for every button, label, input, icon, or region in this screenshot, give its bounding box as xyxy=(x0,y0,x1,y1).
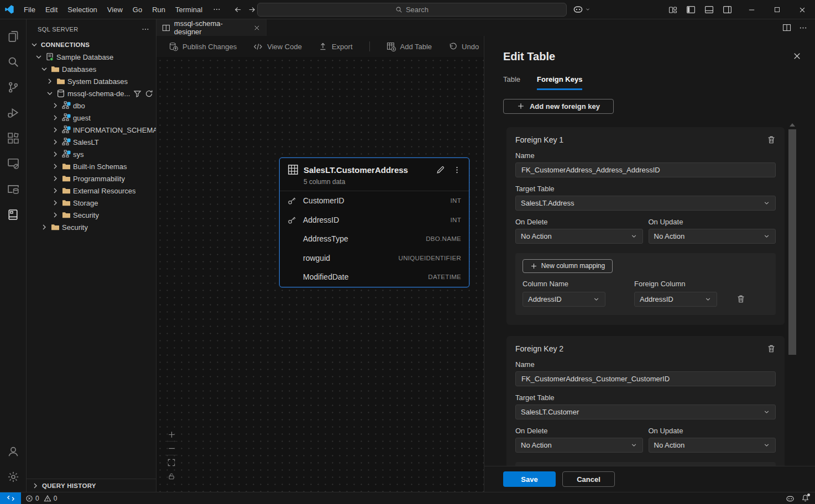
window-maximize-button[interactable] xyxy=(764,0,790,19)
fk1-target-table-select[interactable]: SalesLT.Address xyxy=(515,196,776,211)
tree-item-storage[interactable]: Storage xyxy=(27,197,156,209)
menu-terminal[interactable]: Terminal xyxy=(170,0,207,19)
settings-gear-icon[interactable] xyxy=(0,464,27,490)
vscode-window: File Edit Selection View Go Run Terminal… xyxy=(0,0,815,504)
source-control-icon[interactable] xyxy=(0,75,27,100)
tree-item-guest[interactable]: guest xyxy=(27,112,156,124)
tree-item-databases[interactable]: Databases xyxy=(27,63,156,75)
run-debug-icon[interactable] xyxy=(0,100,27,125)
customize-layout-icon[interactable] xyxy=(668,6,677,14)
remote-indicator[interactable] xyxy=(0,492,21,504)
zoom-out-icon[interactable] xyxy=(165,442,177,455)
column-row[interactable]: AddressID INT xyxy=(280,211,469,230)
explorer-icon[interactable] xyxy=(0,24,27,49)
tree-item-saleslt[interactable]: SalesLT xyxy=(27,136,156,148)
tree-section-connections[interactable]: CONNECTIONS xyxy=(27,39,156,51)
split-editor-icon[interactable] xyxy=(782,23,791,32)
fk2-on-update-select[interactable]: No Action xyxy=(649,438,776,453)
tab-foreign-keys[interactable]: Foreign Keys xyxy=(537,75,582,90)
tree-item-sys[interactable]: sys xyxy=(27,148,156,160)
schema-canvas[interactable]: SalesLT.CustomerAddress 5 column data xyxy=(156,57,484,492)
copilot-menu[interactable] xyxy=(573,4,591,14)
undo-button[interactable]: Undo xyxy=(448,42,479,51)
menu-more-icon[interactable] xyxy=(207,6,226,13)
delete-foreign-key-icon[interactable] xyxy=(767,135,776,144)
schema-designer-icon[interactable] xyxy=(0,202,27,227)
menu-selection[interactable]: Selection xyxy=(62,0,102,19)
cancel-button[interactable]: Cancel xyxy=(562,471,615,487)
menu-run[interactable]: Run xyxy=(147,0,170,19)
mapping-column-select[interactable]: AddressID xyxy=(523,292,605,307)
account-icon[interactable] xyxy=(0,439,27,464)
tab-table[interactable]: Table xyxy=(503,75,520,90)
fk1-on-delete-select[interactable]: No Action xyxy=(515,229,643,244)
command-search-box[interactable]: Search xyxy=(257,3,567,17)
save-button[interactable]: Save xyxy=(503,471,556,487)
table-card-customeraddress[interactable]: SalesLT.CustomerAddress 5 column data xyxy=(279,158,469,287)
fk2-name-input[interactable] xyxy=(515,371,776,386)
tree-item-builtin-schemas[interactable]: Built-in Schemas xyxy=(27,160,156,172)
extensions-icon[interactable] xyxy=(0,125,27,151)
tree-item-programmability[interactable]: Programmability xyxy=(27,172,156,185)
menu-file[interactable]: File xyxy=(19,0,40,19)
filter-icon[interactable] xyxy=(133,90,142,98)
table-kebab-menu-icon[interactable] xyxy=(453,166,461,174)
copilot-status-icon[interactable] xyxy=(786,494,795,503)
editor-more-actions-icon[interactable] xyxy=(799,24,807,32)
delete-foreign-key-icon[interactable] xyxy=(767,344,776,353)
column-row[interactable]: rowguid UNIQUEIDENTIFIER xyxy=(280,249,469,268)
new-column-mapping-button[interactable]: New column mapping xyxy=(523,259,613,273)
panel-scrollbar[interactable] xyxy=(788,122,796,466)
sql-server-icon[interactable] xyxy=(0,176,27,202)
column-row[interactable]: ModifiedDate DATETIME xyxy=(280,267,469,287)
lock-icon[interactable] xyxy=(165,469,177,483)
add-new-foreign-key-button[interactable]: Add new foreign key xyxy=(503,99,614,114)
fk2-on-delete-select[interactable]: No Action xyxy=(515,438,643,453)
remote-explorer-icon[interactable] xyxy=(0,151,27,176)
scrollbar-thumb[interactable] xyxy=(788,129,796,355)
publish-changes-button[interactable]: Publish Changes xyxy=(169,42,237,51)
column-row[interactable]: AddressType DBO.NAME xyxy=(280,229,469,249)
tree-item-sample-database[interactable]: Sample Database xyxy=(27,51,156,63)
menu-go[interactable]: Go xyxy=(128,0,147,19)
fk1-name-input[interactable] xyxy=(515,162,776,177)
scroll-up-arrow[interactable] xyxy=(790,123,795,127)
mapping-foreign-select[interactable]: AddressID xyxy=(634,292,717,307)
query-history-section[interactable]: QUERY HISTORY xyxy=(27,479,156,492)
refresh-icon[interactable] xyxy=(145,90,153,98)
toggle-secondary-sidebar-icon[interactable] xyxy=(723,5,732,14)
menu-edit[interactable]: Edit xyxy=(40,0,62,19)
tree-item-security-server[interactable]: Security xyxy=(27,221,156,233)
fk1-on-update-select[interactable]: No Action xyxy=(649,229,776,244)
tree-item-dbo[interactable]: dbo xyxy=(27,99,156,112)
window-close-button[interactable] xyxy=(790,0,815,19)
sidebar-more-icon[interactable] xyxy=(142,25,149,33)
tab-close-icon[interactable] xyxy=(253,24,260,32)
add-table-button[interactable]: Add Table xyxy=(386,42,432,51)
search-view-icon[interactable] xyxy=(0,49,27,75)
toggle-primary-sidebar-icon[interactable] xyxy=(686,5,696,14)
nav-forward-icon[interactable] xyxy=(248,6,256,14)
fk2-target-table-select[interactable]: SalesLT.Customer xyxy=(515,405,776,419)
delete-mapping-icon[interactable] xyxy=(736,295,745,303)
zoom-in-icon[interactable] xyxy=(165,428,177,442)
notifications-bell-icon[interactable] xyxy=(801,494,809,502)
toggle-panel-icon[interactable] xyxy=(704,5,714,14)
view-code-button[interactable]: View Code xyxy=(253,42,302,51)
menu-view[interactable]: View xyxy=(102,0,128,19)
fit-view-icon[interactable] xyxy=(165,455,177,469)
tree-item-external-resources[interactable]: External Resources xyxy=(27,185,156,197)
tree-item-mssql-schema-database[interactable]: mssql-schema-de... xyxy=(27,87,156,99)
tree-item-security-db[interactable]: Security xyxy=(27,209,156,221)
problems-indicator[interactable]: 0 0 xyxy=(25,495,57,502)
tab-mssql-schema-designer[interactable]: mssql-schema-designer xyxy=(156,19,267,36)
window-minimize-button[interactable] xyxy=(739,0,764,19)
error-count: 0 xyxy=(35,495,39,502)
nav-back-icon[interactable] xyxy=(234,6,242,14)
tree-item-information-schema[interactable]: INFORMATION_SCHEMA xyxy=(27,124,156,136)
export-button[interactable]: Export xyxy=(318,42,353,51)
edit-table-pencil-icon[interactable] xyxy=(436,165,445,175)
panel-close-icon[interactable] xyxy=(792,51,802,61)
tree-item-system-databases[interactable]: System Databases xyxy=(27,75,156,87)
column-row[interactable]: CustomerID INT xyxy=(280,191,469,211)
